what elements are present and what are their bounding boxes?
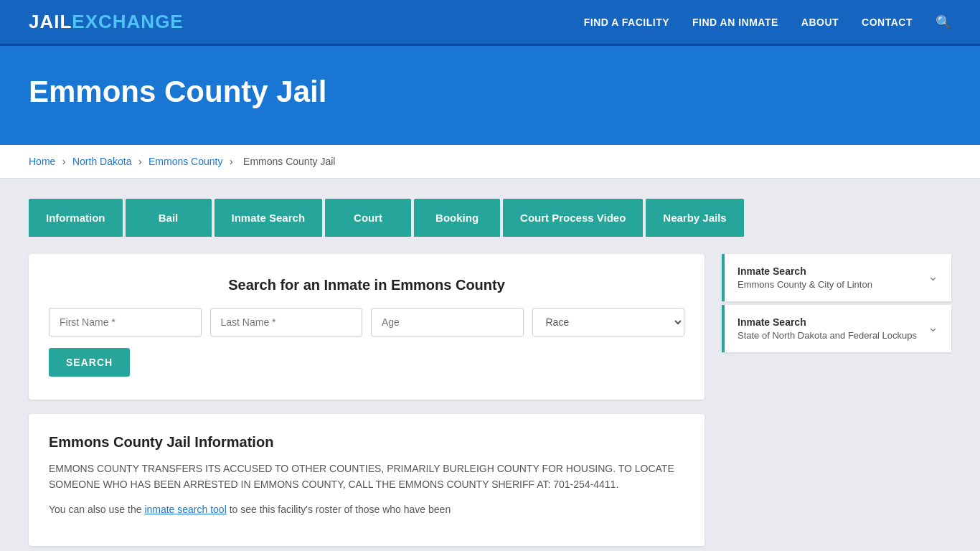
navigation: JAILEXCHANGE FIND A FACILITY FIND AN INM… xyxy=(0,0,980,46)
chevron-down-icon-2: ⌄ xyxy=(928,319,938,335)
sidebar-divider xyxy=(722,303,951,303)
tab-booking[interactable]: Booking xyxy=(414,199,500,237)
sidebar-card-2-text: Inmate Search State of North Dakota and … xyxy=(738,316,917,341)
info-p2-prefix: You can also use the xyxy=(49,504,144,515)
sidebar-card-2: Inmate Search State of North Dakota and … xyxy=(722,305,951,352)
sidebar-card-1-subtitle: Emmons County & City of Linton xyxy=(738,279,872,290)
sidebar-card-2-title: Inmate Search xyxy=(738,316,917,328)
right-sidebar: Inmate Search Emmons County & City of Li… xyxy=(722,254,951,352)
search-fields: Race White Black Hispanic Asian Other xyxy=(49,308,684,336)
info-paragraph2: You can also use the inmate search tool … xyxy=(49,501,684,517)
last-name-input[interactable] xyxy=(210,308,363,336)
search-card: Search for an Inmate in Emmons County Ra… xyxy=(29,254,705,400)
nav-contact[interactable]: CONTACT xyxy=(862,17,913,28)
race-select[interactable]: Race White Black Hispanic Asian Other xyxy=(532,308,685,336)
breadcrumb: Home › North Dakota › Emmons County › Em… xyxy=(0,145,980,179)
tab-court[interactable]: Court xyxy=(325,199,411,237)
nav-find-inmate[interactable]: FIND AN INMATE xyxy=(692,17,778,28)
sidebar-card-2-subtitle: State of North Dakota and Federal Lockup… xyxy=(738,330,917,341)
logo-jail: JAIL xyxy=(29,11,72,33)
breadcrumb-sep2: › xyxy=(138,156,142,167)
tabs-section: Information Bail Inmate Search Court Boo… xyxy=(0,179,980,237)
left-column: Search for an Inmate in Emmons County Ra… xyxy=(29,254,705,546)
inmate-search-link[interactable]: inmate search tool xyxy=(144,504,226,515)
logo[interactable]: JAILEXCHANGE xyxy=(29,11,184,33)
search-button[interactable]: SEARCH xyxy=(49,348,130,377)
breadcrumb-sep1: › xyxy=(62,156,66,167)
nav-find-facility[interactable]: FIND A FACILITY xyxy=(584,17,669,28)
first-name-input[interactable] xyxy=(49,308,202,336)
info-title: Emmons County Jail Information xyxy=(49,434,684,451)
tab-nearby-jails[interactable]: Nearby Jails xyxy=(646,199,743,237)
main-content: Search for an Inmate in Emmons County Ra… xyxy=(0,237,980,551)
page-title: Emmons County Jail xyxy=(29,75,951,109)
breadcrumb-home[interactable]: Home xyxy=(29,156,55,167)
search-icon[interactable]: 🔍 xyxy=(936,14,951,30)
breadcrumb-county[interactable]: Emmons County xyxy=(149,156,222,167)
nav-links: FIND A FACILITY FIND AN INMATE ABOUT CON… xyxy=(584,14,951,30)
info-card: Emmons County Jail Information EMMONS CO… xyxy=(29,414,705,546)
nav-about[interactable]: ABOUT xyxy=(801,17,839,28)
sidebar-card-2-header[interactable]: Inmate Search State of North Dakota and … xyxy=(725,305,951,352)
tab-bail[interactable]: Bail xyxy=(126,199,212,237)
search-title: Search for an Inmate in Emmons County xyxy=(49,277,684,293)
tabs-container: Information Bail Inmate Search Court Boo… xyxy=(29,199,951,237)
breadcrumb-sep3: › xyxy=(230,156,233,167)
sidebar-card-1-text: Inmate Search Emmons County & City of Li… xyxy=(738,265,872,290)
info-paragraph1: EMMONS COUNTY TRANSFERS ITS ACCUSED TO O… xyxy=(49,461,684,493)
sidebar-card-1-title: Inmate Search xyxy=(738,265,872,277)
sidebar-card-1-header[interactable]: Inmate Search Emmons County & City of Li… xyxy=(725,254,951,301)
logo-exchange: EXCHANGE xyxy=(72,11,183,33)
hero-section: Emmons County Jail xyxy=(0,46,980,145)
sidebar-card-1: Inmate Search Emmons County & City of Li… xyxy=(722,254,951,301)
info-p2-suffix: to see this facility's roster of those w… xyxy=(227,504,451,515)
tab-information[interactable]: Information xyxy=(29,199,123,237)
tab-court-process-video[interactable]: Court Process Video xyxy=(503,199,643,237)
breadcrumb-current: Emmons County Jail xyxy=(243,156,335,167)
chevron-down-icon: ⌄ xyxy=(928,268,938,284)
age-input[interactable] xyxy=(371,308,524,336)
tab-inmate-search[interactable]: Inmate Search xyxy=(215,199,323,237)
breadcrumb-state[interactable]: North Dakota xyxy=(72,156,131,167)
